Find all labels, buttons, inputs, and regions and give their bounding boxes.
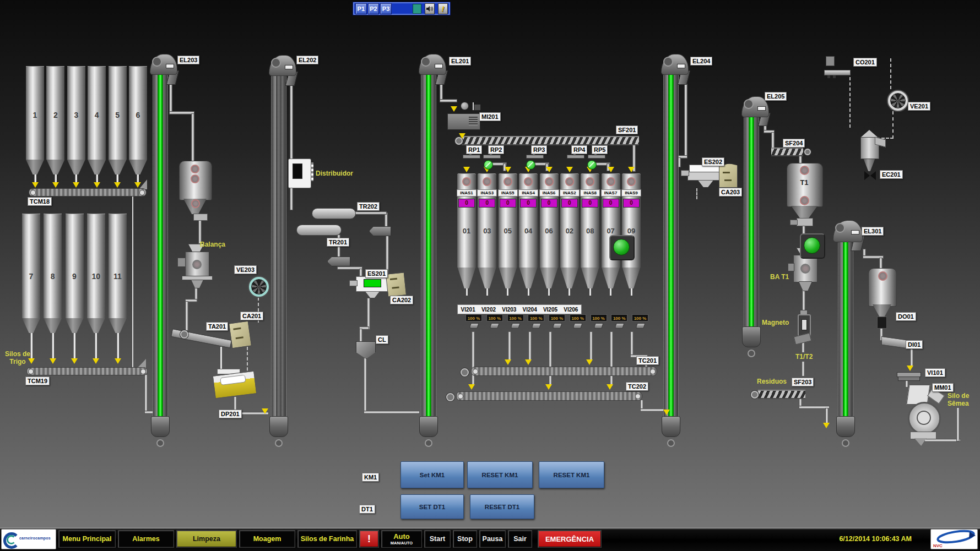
speaker-icon[interactable]: [425, 3, 435, 14]
flow-arrow-icon: [52, 182, 59, 188]
slide-gate-icon[interactable]: [588, 155, 605, 159]
status-lamp: [800, 233, 825, 259]
silo-cone: [67, 160, 85, 174]
percent-display[interactable]: 100 %: [632, 314, 648, 321]
percent-display[interactable]: 100 %: [486, 314, 503, 321]
inas-silo-value[interactable]: 0: [541, 199, 557, 208]
percent-display[interactable]: 100 %: [465, 314, 482, 321]
label-ve203: VE203: [234, 265, 257, 274]
silo-cone: [26, 160, 44, 174]
silo-cone: [602, 268, 620, 288]
outlet-valve-icon[interactable]: [510, 323, 520, 329]
flow-arrow-icon: [94, 182, 100, 188]
outlet-valve-icon[interactable]: [573, 323, 583, 329]
percent-display[interactable]: 100 %: [507, 314, 524, 321]
outlet-valve-icon[interactable]: [635, 323, 645, 329]
nav-silos-de-farinha[interactable]: Silos de Farinha: [297, 530, 357, 548]
outlet-valve-icon[interactable]: [469, 323, 479, 329]
diverter-valve-icon[interactable]: [587, 160, 597, 170]
level-sensor-icon: [800, 196, 809, 205]
inas-silo-value[interactable]: 0: [479, 199, 495, 208]
inas-silo-body: INAS3 0 03: [478, 173, 496, 268]
flow-arrow-icon: [262, 408, 268, 414]
percent-display[interactable]: 100 %: [549, 314, 565, 321]
silo-number: 6: [129, 66, 147, 160]
inas-silo-value[interactable]: 0: [500, 199, 516, 208]
fan-rotor-icon: [890, 93, 906, 108]
inas-silo: INAS1 0 01: [457, 167, 476, 296]
silo-cone: [581, 268, 599, 288]
page-button-p2[interactable]: P2: [368, 3, 380, 14]
silo-cone: [519, 268, 538, 288]
outlet-valve-icon[interactable]: [552, 323, 562, 329]
magneto-slot: [802, 319, 807, 330]
reset-dt1-button[interactable]: RESET DT1: [470, 494, 534, 519]
stop-button[interactable]: Stop: [453, 530, 477, 548]
pipe: [367, 298, 370, 330]
percent-display[interactable]: 100 %: [570, 314, 586, 321]
inas-silo-value[interactable]: 0: [603, 199, 619, 208]
reset-km1-button-2[interactable]: RESET KM1: [539, 461, 604, 488]
nav-moagem[interactable]: Moagem: [239, 530, 295, 548]
diverter-valve-icon[interactable]: [484, 160, 493, 170]
silo-cone: [44, 318, 62, 333]
elevator-el205-wheel: [748, 350, 755, 357]
inas-silo-value[interactable]: 0: [623, 199, 640, 208]
inas-silo-value[interactable]: 0: [582, 199, 598, 208]
slide-gate-icon[interactable]: [483, 155, 501, 159]
set-dt1-button[interactable]: SET DT1: [400, 494, 464, 519]
mi201-grille: [469, 117, 478, 126]
emergencia-button[interactable]: EMERGÊNCIA: [538, 530, 602, 548]
pulley-icon: [271, 58, 281, 68]
company-logo: carneirocampos: [1, 529, 56, 549]
set-km1-button[interactable]: Set KM1: [400, 461, 464, 488]
co201-tick: [827, 75, 830, 78]
page-button-p1[interactable]: P1: [355, 3, 367, 14]
outlet-valve-icon[interactable]: [490, 323, 500, 329]
level-sensor-icon: [503, 177, 512, 186]
sair-button[interactable]: Sair: [508, 530, 532, 548]
percent-display[interactable]: 100 %: [611, 314, 627, 321]
wheat-silo: 1: [26, 66, 44, 188]
percent-display[interactable]: 100 %: [528, 314, 544, 321]
distribuidor-caption: Distribuidor: [316, 170, 353, 177]
reset-km1-button[interactable]: RESET KM1: [467, 461, 533, 488]
diverter-valve-icon[interactable]: [526, 160, 535, 170]
page-button-p3[interactable]: P3: [380, 3, 392, 14]
start-button[interactable]: Start: [424, 530, 451, 548]
slide-gate-icon[interactable]: [526, 155, 544, 159]
inas-silo-name: INAS1: [457, 189, 477, 197]
silo-outlet-pipe: [610, 288, 611, 296]
pipe: [355, 211, 387, 215]
outlet-valve-icon[interactable]: [614, 323, 624, 329]
sensor-slot: [285, 65, 293, 69]
alarm-alert-button[interactable]: !: [359, 530, 379, 548]
co201-box: [826, 56, 835, 66]
label-tr202: TR202: [357, 202, 380, 211]
sensor-slot: [757, 106, 766, 111]
t1-caption: T1: [787, 178, 822, 187]
slide-gate-icon[interactable]: [463, 155, 480, 159]
flow-arrow-icon: [459, 133, 465, 139]
nav-alarmes[interactable]: Alarmes: [118, 530, 174, 548]
nav-limpeza[interactable]: Limpeza: [176, 530, 237, 548]
outlet-valve-icon[interactable]: [531, 323, 541, 329]
nav-menu-principal[interactable]: Menu Principal: [58, 530, 116, 548]
slide-gate-icon[interactable]: [567, 155, 584, 159]
outlet-cell: 100 %: [549, 314, 565, 329]
silo-number: 1: [26, 66, 44, 160]
running-indicator: [158, 73, 163, 416]
silo-outlet-pipe: [96, 174, 98, 182]
t1t2-caption: T1/T2: [795, 353, 813, 361]
percent-display[interactable]: 100 %: [591, 314, 607, 321]
inas-silo-value[interactable]: 0: [458, 199, 475, 208]
pausa-button[interactable]: Pausa: [479, 530, 506, 548]
inas-silo: INAS2 0 02: [560, 167, 579, 296]
outlet-valve-icon[interactable]: [593, 323, 603, 329]
silo-outlet-pipe: [52, 333, 54, 358]
inas-silo-value[interactable]: 0: [520, 199, 537, 208]
note-icon[interactable]: !: [438, 3, 448, 14]
level-sensor-icon: [878, 271, 887, 281]
mode-auto-button[interactable]: Auto MAN/AUTO: [381, 530, 422, 548]
inas-silo-value[interactable]: 0: [561, 199, 578, 208]
